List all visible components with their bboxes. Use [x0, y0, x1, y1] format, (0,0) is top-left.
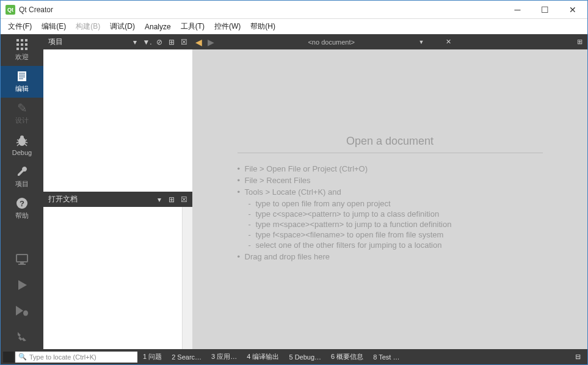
- chevron-down-icon[interactable]: ▾: [129, 38, 141, 46]
- side-panel: 项目 ▾ ▼. ⊘ ⊞ ☒ 打开文档 ▾ ⊞ ☒ ▴: [43, 34, 192, 349]
- filter-icon[interactable]: ▼.: [141, 38, 153, 46]
- hint-subline: select one of the other filters for jump…: [249, 240, 543, 250]
- target-selector-button[interactable]: [1, 247, 43, 272]
- svg-rect-3: [16, 43, 19, 46]
- debug-run-button[interactable]: [1, 298, 43, 323]
- nav-back-button[interactable]: ◀: [192, 37, 205, 47]
- svg-text:?: ?: [20, 199, 24, 208]
- status-test[interactable]: 8 Test …: [369, 353, 404, 361]
- status-debug[interactable]: 5 Debug…: [285, 353, 325, 361]
- mode-label: 欢迎: [15, 52, 29, 62]
- grid-icon: [16, 38, 28, 51]
- hint-subline: type c<space><pattern> to jump to a clas…: [249, 209, 543, 219]
- close-panel-icon[interactable]: ☒: [178, 195, 190, 204]
- close-button[interactable]: ✕: [559, 1, 586, 18]
- svg-rect-1: [21, 39, 23, 42]
- menu-tools[interactable]: 工具(T): [176, 20, 209, 33]
- svg-line-21: [25, 144, 27, 146]
- wrench-icon: [16, 165, 28, 178]
- locator-input[interactable]: 🔍 Type to locate (Ctrl+K): [15, 352, 137, 363]
- scroll-up-icon[interactable]: ▴: [187, 208, 191, 215]
- mode-label: 项目: [15, 179, 29, 189]
- status-compile-output[interactable]: 4 编译输出: [242, 352, 283, 361]
- close-document-button[interactable]: ✕: [446, 38, 457, 46]
- status-general[interactable]: 6 概要信息: [327, 352, 368, 361]
- mode-project[interactable]: 项目: [1, 161, 43, 193]
- svg-rect-2: [25, 39, 27, 42]
- pencil-icon: ✎: [17, 102, 27, 114]
- panel-title: 项目: [46, 37, 129, 47]
- main-content: 欢迎 编辑 ✎ 设计 Debug 项目 ? 帮: [1, 34, 587, 349]
- svg-rect-7: [21, 48, 23, 50]
- document-selector[interactable]: <no document> ▼: [217, 38, 446, 46]
- status-issues[interactable]: 1 问题: [139, 352, 166, 361]
- mode-design: ✎ 设计: [1, 98, 43, 129]
- document-name: <no document>: [308, 38, 354, 46]
- link-icon[interactable]: ⊘: [153, 38, 165, 46]
- status-app-output[interactable]: 3 应用…: [207, 352, 241, 361]
- status-bar: 🔍 Type to locate (Ctrl+K) 1 问题 2 Searc… …: [1, 349, 587, 364]
- mode-label: Debug: [12, 149, 32, 156]
- nav-forward-button[interactable]: ▶: [205, 37, 217, 47]
- mode-label: 帮助: [15, 211, 29, 220]
- close-output-button[interactable]: ⊟: [571, 353, 585, 361]
- output-toggle-button[interactable]: [3, 352, 14, 363]
- minimize-button[interactable]: ─: [504, 1, 531, 18]
- app-logo: Qt: [5, 5, 15, 15]
- split-panel-icon[interactable]: ⊞: [165, 38, 178, 46]
- build-button[interactable]: [1, 323, 43, 349]
- svg-rect-4: [21, 43, 23, 46]
- open-docs-panel-header: 打开文档 ▾ ⊞ ☒: [43, 192, 192, 207]
- hint-subline: type f<space><filename> to open file fro…: [249, 230, 543, 239]
- mode-bar: 欢迎 编辑 ✎ 设计 Debug 项目 ? 帮: [1, 34, 43, 349]
- hint-line: Tools > Locate (Ctrl+K) and: [238, 187, 543, 197]
- hint-line: File > Open File or Project (Ctrl+O): [238, 164, 543, 173]
- split-panel-icon[interactable]: ⊞: [165, 195, 178, 204]
- svg-rect-26: [18, 264, 26, 265]
- hint-line: File > Recent Files: [238, 176, 543, 185]
- search-icon: 🔍: [18, 353, 27, 361]
- open-document-hint: Open a document File > Open File or Proj…: [238, 135, 543, 264]
- menu-analyze[interactable]: Analyze: [140, 21, 176, 32]
- status-search[interactable]: 2 Searc…: [167, 353, 206, 361]
- split-editor-button[interactable]: ⊞: [572, 38, 587, 46]
- hint-line: Drag and drop files here: [238, 252, 543, 261]
- mode-edit[interactable]: 编辑: [1, 66, 43, 98]
- chevron-down-icon: ▼: [418, 39, 424, 45]
- mode-help[interactable]: ? 帮助: [1, 193, 43, 225]
- help-icon: ?: [16, 197, 28, 209]
- close-panel-icon[interactable]: ☒: [178, 38, 190, 46]
- open-docs-panel-body: ▴: [43, 207, 192, 349]
- mode-debug[interactable]: Debug: [1, 129, 43, 161]
- svg-line-16: [17, 140, 19, 140]
- menu-file[interactable]: 文件(F): [3, 20, 37, 33]
- mode-label: 设计: [15, 116, 29, 125]
- menu-help[interactable]: 帮助(H): [245, 20, 280, 33]
- document-icon: [16, 70, 28, 82]
- run-button[interactable]: [1, 272, 43, 298]
- svg-rect-5: [25, 43, 27, 46]
- hint-subline: type to open file from any open project: [249, 199, 543, 208]
- editor-body[interactable]: Open a document File > Open File or Proj…: [192, 49, 587, 349]
- chevron-down-icon[interactable]: ▾: [153, 195, 165, 204]
- menu-edit[interactable]: 编辑(E): [37, 20, 71, 33]
- svg-point-15: [20, 136, 24, 139]
- window-title: Qt Creator: [19, 5, 504, 14]
- maximize-button[interactable]: ☐: [531, 1, 559, 18]
- svg-rect-0: [16, 39, 19, 42]
- svg-line-19: [25, 140, 27, 140]
- svg-rect-25: [20, 262, 24, 264]
- menu-bar: 文件(F) 编辑(E) 构建(B) 调试(D) Analyze 工具(T) 控件…: [1, 19, 587, 34]
- svg-line-17: [16, 142, 18, 143]
- menu-widgets[interactable]: 控件(W): [209, 20, 245, 33]
- svg-line-18: [17, 144, 19, 146]
- svg-point-27: [23, 311, 28, 316]
- menu-debug[interactable]: 调试(D): [105, 20, 140, 33]
- projects-panel-body: [43, 49, 192, 192]
- svg-rect-9: [18, 71, 26, 81]
- mode-welcome[interactable]: 欢迎: [1, 34, 43, 66]
- mode-label: 编辑: [15, 84, 29, 93]
- editor-toolbar: ◀ ▶ <no document> ▼ ✕ ⊞: [192, 34, 587, 49]
- locator-placeholder: Type to locate (Ctrl+K): [29, 353, 96, 361]
- menu-build: 构建(B): [71, 20, 105, 33]
